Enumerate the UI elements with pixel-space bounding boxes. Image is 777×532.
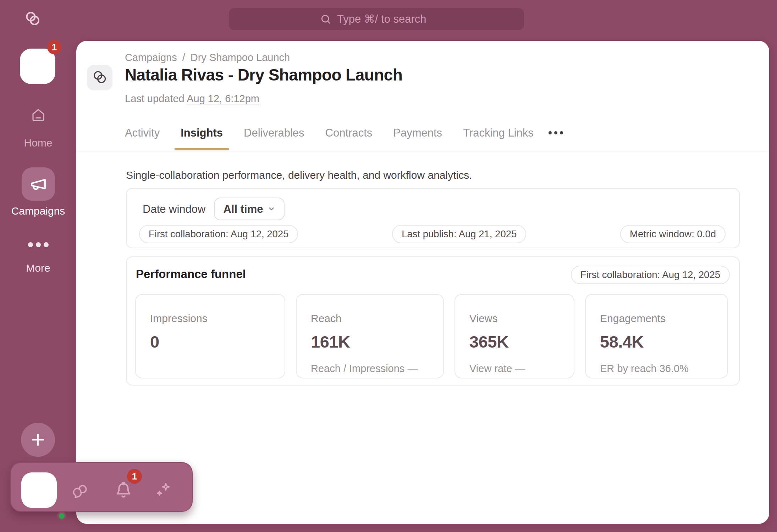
user-avatar[interactable]: 1 bbox=[20, 49, 55, 84]
add-icon bbox=[30, 432, 46, 448]
avatar bbox=[20, 49, 55, 84]
home-icon bbox=[31, 107, 46, 123]
avatar-notification-badge: 1 bbox=[47, 40, 61, 54]
metric-value: 58.4K bbox=[600, 333, 717, 350]
tab-activity[interactable]: Activity bbox=[119, 121, 166, 151]
metric-label: Engagements bbox=[600, 313, 717, 324]
metric-value: 161K bbox=[311, 333, 432, 350]
tab-deliverables[interactable]: Deliverables bbox=[238, 121, 310, 151]
metric-subtext: View rate — bbox=[469, 364, 563, 374]
tab-bar: Activity Insights Deliverables Contracts… bbox=[119, 121, 563, 151]
performance-funnel-card: Performance funnel First collaboration: … bbox=[126, 256, 740, 386]
tab-insights[interactable]: Insights bbox=[175, 121, 229, 151]
tabs-more-icon[interactable] bbox=[549, 121, 563, 151]
breadcrumb: Campaigns / Dry Shampoo Launch bbox=[125, 51, 290, 64]
tab-contracts[interactable]: Contracts bbox=[319, 121, 379, 151]
bottom-dock: 1 bbox=[10, 462, 193, 512]
tab-tracking-links[interactable]: Tracking Links bbox=[457, 121, 540, 151]
tab-payments[interactable]: Payments bbox=[387, 121, 448, 151]
funnel-metrics: Impressions 0 Reach 161K Reach / Impress… bbox=[135, 294, 728, 378]
date-window-select[interactable]: All time bbox=[214, 198, 285, 220]
main-panel: Campaigns / Dry Shampoo Launch Natalia R… bbox=[76, 41, 769, 524]
sidebar-item-label: Home bbox=[24, 138, 52, 148]
metric-value: 365K bbox=[469, 333, 563, 350]
metric-card-engagements: Engagements 58.4K ER by reach 36.0% bbox=[585, 294, 728, 378]
last-updated-value[interactable]: Aug 12, 6:12pm bbox=[187, 93, 259, 104]
chat-button[interactable] bbox=[72, 483, 89, 499]
search-input[interactable] bbox=[336, 12, 433, 26]
more-icon bbox=[28, 242, 49, 248]
tab-divider bbox=[76, 151, 769, 151]
sidebar: 1 Home Campaigns More bbox=[0, 0, 76, 532]
campaign-avatar bbox=[87, 65, 112, 90]
metric-value: 0 bbox=[150, 333, 274, 350]
sidebar-item-home[interactable]: Home bbox=[0, 107, 76, 148]
campaigns-active-tile bbox=[22, 167, 55, 201]
logo-icon bbox=[24, 11, 41, 28]
notifications-button[interactable] bbox=[115, 481, 132, 499]
date-window-label: Date window bbox=[143, 204, 205, 215]
sidebar-item-campaigns[interactable]: Campaigns bbox=[0, 167, 76, 216]
metric-subtext: Reach / Impressions — bbox=[311, 364, 432, 374]
metric-card-impressions: Impressions 0 bbox=[135, 294, 285, 378]
metric-label: Views bbox=[469, 313, 563, 324]
sidebar-item-label: Campaigns bbox=[11, 206, 65, 216]
metric-label: Reach bbox=[311, 313, 432, 324]
metric-card-reach: Reach 161K Reach / Impressions — bbox=[296, 294, 444, 378]
metric-card-views: Views 365K View rate — bbox=[454, 294, 574, 378]
date-window-row: Date window All time bbox=[143, 198, 285, 220]
date-window-chips: First collaboration: Aug 12, 2025 Last p… bbox=[139, 225, 726, 243]
page-title: Natalia Rivas - Dry Shampoo Launch bbox=[125, 66, 402, 84]
breadcrumb-separator: / bbox=[182, 51, 185, 64]
online-status-dot bbox=[57, 511, 66, 521]
avatar bbox=[21, 472, 57, 508]
metric-label: Impressions bbox=[150, 313, 274, 324]
funnel-title: Performance funnel bbox=[136, 267, 246, 281]
first-collaboration-chip: First collaboration: Aug 12, 2025 bbox=[139, 225, 298, 243]
sidebar-item-more[interactable]: More bbox=[0, 242, 76, 273]
app-root: { "topbar": { "search_placeholder": "Typ… bbox=[0, 0, 777, 532]
sidebar-item-label: More bbox=[26, 263, 50, 273]
insights-description: Single-collaboration performance, delive… bbox=[126, 169, 472, 182]
metric-window-chip: Metric window: 0.0d bbox=[620, 225, 726, 243]
funnel-first-collaboration-chip: First collaboration: Aug 12, 2025 bbox=[571, 266, 730, 284]
last-updated-label: Last updated bbox=[125, 93, 184, 104]
metric-subtext: ER by reach 36.0% bbox=[600, 364, 717, 374]
date-window-card: Date window All time First collaboration… bbox=[126, 188, 740, 248]
dock-user-avatar[interactable] bbox=[21, 472, 57, 508]
breadcrumb-parent[interactable]: Campaigns bbox=[125, 51, 177, 64]
breadcrumb-current: Dry Shampoo Launch bbox=[191, 51, 290, 64]
sparkles-button[interactable] bbox=[154, 481, 172, 499]
notifications-badge: 1 bbox=[127, 469, 142, 484]
search-icon bbox=[320, 13, 331, 25]
add-button[interactable] bbox=[21, 423, 55, 457]
date-window-selected: All time bbox=[223, 204, 263, 215]
campaigns-icon bbox=[29, 175, 47, 193]
chevron-down-icon bbox=[268, 205, 275, 213]
global-search[interactable] bbox=[229, 8, 524, 30]
campaign-avatar-icon bbox=[92, 70, 108, 85]
last-publish-chip: Last publish: Aug 21, 2025 bbox=[392, 225, 526, 243]
last-updated: Last updated Aug 12, 6:12pm bbox=[125, 93, 259, 105]
